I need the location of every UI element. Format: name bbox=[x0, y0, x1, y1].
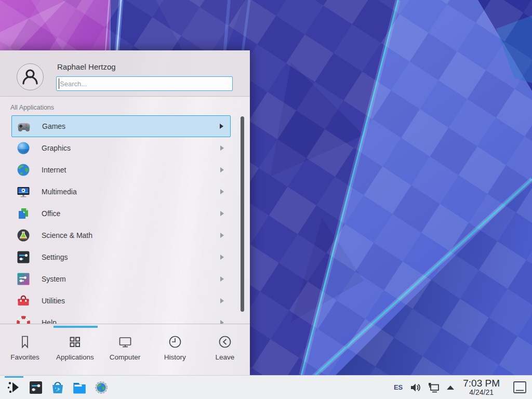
tab-computer[interactable]: Computer bbox=[100, 324, 150, 375]
taskbar-web-browser-button[interactable] bbox=[90, 376, 112, 399]
menu-item-system[interactable]: System bbox=[11, 268, 231, 290]
menu-item-label: Graphics bbox=[42, 144, 71, 152]
games-icon bbox=[17, 119, 31, 134]
file-manager-icon bbox=[72, 380, 87, 395]
active-tab-indicator bbox=[54, 326, 98, 328]
show-desktop-icon bbox=[513, 381, 527, 394]
menu-item-utilities[interactable]: Utilities bbox=[11, 290, 231, 312]
tab-favorites[interactable]: Favorites bbox=[0, 324, 50, 375]
tab-leave[interactable]: Leave bbox=[200, 324, 250, 375]
active-app-indicator bbox=[5, 376, 23, 378]
menu-item-label: Help bbox=[42, 318, 57, 324]
menu-item-label: Internet bbox=[42, 166, 66, 174]
multimedia-icon bbox=[16, 184, 31, 199]
application-launcher-icon bbox=[6, 379, 22, 396]
tab-label: Applications bbox=[56, 353, 94, 361]
submenu-arrow-icon bbox=[220, 320, 224, 324]
taskbar-app-launcher-button[interactable] bbox=[3, 376, 25, 399]
menu-item-label: Utilities bbox=[42, 297, 65, 305]
menu-item-science-math[interactable]: Science & Math bbox=[11, 224, 231, 246]
menu-item-office[interactable]: Office bbox=[11, 203, 231, 224]
science-math-icon bbox=[16, 228, 31, 243]
submenu-arrow-icon bbox=[220, 124, 223, 129]
taskbar-discover-button[interactable] bbox=[47, 376, 69, 399]
web-browser-icon bbox=[94, 380, 109, 395]
submenu-arrow-icon bbox=[220, 255, 224, 260]
search-input[interactable] bbox=[56, 76, 233, 91]
menu-item-internet[interactable]: Internet bbox=[11, 159, 231, 181]
network-icon[interactable] bbox=[428, 381, 440, 394]
settings-icon bbox=[16, 250, 31, 264]
tab-label: History bbox=[164, 353, 186, 361]
user-icon bbox=[20, 66, 41, 87]
menu-item-label: Science & Math bbox=[42, 231, 92, 240]
system-tray: ES 7:03 PM 4/24/21 bbox=[394, 378, 528, 396]
tab-label: Leave bbox=[216, 353, 235, 361]
submenu-arrow-icon bbox=[220, 189, 224, 194]
favorites-icon bbox=[17, 334, 33, 350]
user-name: Raphael Hertzog bbox=[57, 62, 116, 71]
application-launcher-menu: Raphael Hertzog All Applications Games bbox=[0, 50, 250, 375]
menu-item-label: Multimedia bbox=[42, 188, 77, 196]
menu-item-graphics[interactable]: Graphics bbox=[11, 137, 231, 159]
menu-item-multimedia[interactable]: Multimedia bbox=[11, 181, 231, 203]
clock-time: 7:03 PM bbox=[463, 378, 500, 389]
graphics-icon bbox=[16, 141, 31, 155]
submenu-arrow-icon bbox=[220, 298, 224, 303]
launcher-header: Raphael Hertzog bbox=[0, 50, 250, 97]
menu-item-label: Games bbox=[42, 122, 65, 130]
taskbar: ES 7:03 PM 4/24/21 bbox=[0, 375, 532, 399]
menu-item-label: Settings bbox=[42, 253, 68, 261]
discover-icon bbox=[50, 380, 65, 395]
taskbar-file-manager-button[interactable] bbox=[69, 376, 90, 399]
system-icon bbox=[16, 272, 31, 286]
application-category-list: Games Graphics bbox=[0, 115, 250, 324]
menu-item-label: System bbox=[42, 275, 66, 283]
tab-applications[interactable]: Applications bbox=[50, 324, 100, 375]
launcher-tab-bar: Favorites Applications Computer History bbox=[0, 324, 250, 375]
help-icon bbox=[16, 315, 31, 324]
applications-icon bbox=[67, 334, 83, 350]
submenu-arrow-icon bbox=[220, 167, 224, 172]
tab-label: Computer bbox=[110, 353, 140, 361]
text-cursor bbox=[59, 78, 59, 89]
digital-clock[interactable]: 7:03 PM 4/24/21 bbox=[463, 378, 500, 396]
expand-tray-icon[interactable] bbox=[447, 385, 454, 390]
scrollbar-thumb[interactable] bbox=[241, 116, 244, 312]
computer-icon bbox=[117, 334, 133, 350]
tab-label: Favorites bbox=[10, 353, 39, 361]
office-icon bbox=[16, 206, 31, 221]
history-icon bbox=[167, 334, 183, 350]
menu-item-settings[interactable]: Settings bbox=[11, 246, 231, 268]
show-desktop-button[interactable] bbox=[513, 381, 527, 394]
menu-item-games[interactable]: Games bbox=[11, 115, 231, 137]
clock-date: 4/24/21 bbox=[463, 389, 500, 396]
leave-icon bbox=[217, 334, 233, 350]
submenu-arrow-icon bbox=[220, 233, 224, 238]
menu-item-help[interactable]: Help bbox=[11, 312, 231, 324]
keyboard-layout-indicator[interactable]: ES bbox=[394, 383, 403, 391]
internet-icon bbox=[16, 163, 31, 177]
submenu-arrow-icon bbox=[220, 145, 224, 151]
section-label: All Applications bbox=[10, 104, 54, 111]
user-avatar[interactable] bbox=[17, 63, 44, 90]
menu-item-label: Office bbox=[42, 209, 60, 218]
submenu-arrow-icon bbox=[220, 211, 224, 216]
system-settings-icon bbox=[28, 380, 44, 395]
submenu-arrow-icon bbox=[220, 276, 224, 282]
volume-icon[interactable] bbox=[409, 382, 421, 393]
tab-history[interactable]: History bbox=[150, 324, 200, 375]
taskbar-system-settings-button[interactable] bbox=[25, 376, 47, 399]
utilities-icon bbox=[16, 294, 31, 308]
